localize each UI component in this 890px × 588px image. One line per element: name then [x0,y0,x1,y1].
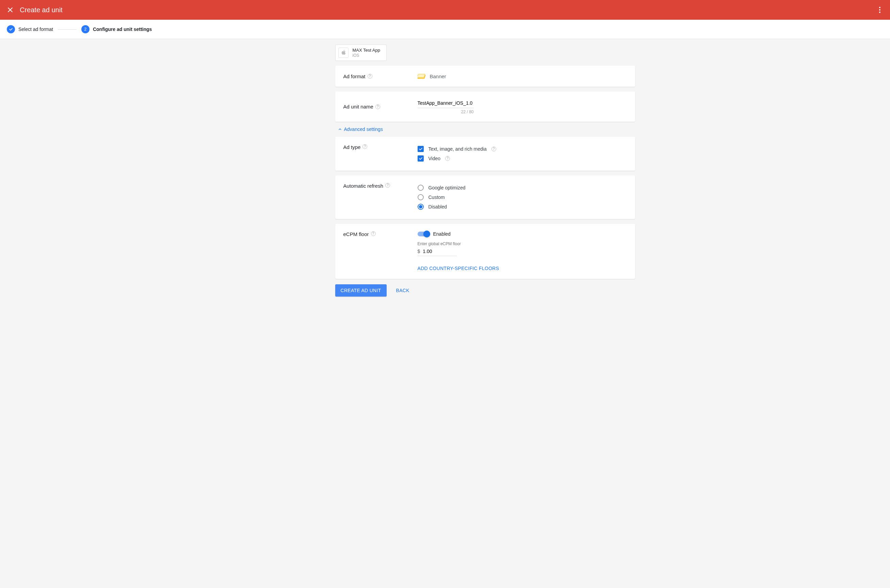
help-icon[interactable] [371,231,376,236]
apple-icon [338,48,349,58]
auto-refresh-option-1: Google optimized [428,185,466,190]
ad-type-label: Ad type [343,144,361,150]
step-configure-settings: 2 Configure ad unit settings [81,25,152,33]
back-button[interactable]: BACK [394,287,412,294]
step-select-ad-format[interactable]: Select ad format [7,25,53,33]
char-counter: 22 / 80 [418,110,474,114]
help-icon[interactable] [385,183,390,188]
close-icon[interactable] [7,6,14,13]
automatic-refresh-label: Automatic refresh [343,183,383,189]
ad-format-label: Ad format [343,74,365,79]
top-bar: Create ad unit [0,0,890,20]
svg-rect-3 [418,74,425,78]
action-row: CREATE AD UNIT BACK [335,284,635,297]
card-ad-format: Ad format Banner [335,66,635,87]
help-icon[interactable] [376,104,380,109]
app-chip[interactable]: MAX Test App iOS [335,45,386,61]
ecpm-value-input[interactable] [422,248,449,254]
card-ad-type: Ad type Text, image, and rich media [335,137,635,171]
overflow-menu-icon[interactable] [876,4,883,16]
advanced-settings-label: Advanced settings [344,126,383,132]
app-name: MAX Test App [353,48,380,53]
create-ad-unit-button[interactable]: CREATE AD UNIT [335,284,386,297]
help-icon[interactable] [445,156,450,161]
ecpm-switch[interactable] [418,232,429,236]
help-icon[interactable] [492,147,496,152]
auto-refresh-option-2: Custom [428,195,445,200]
ad-type-option-1: Text, image, and rich media [428,146,487,152]
radio-custom[interactable] [418,194,424,200]
ecpm-hint: Enter global eCPM floor [418,242,499,246]
step-number: 2 [81,25,90,33]
help-icon[interactable] [368,74,372,78]
radio-google-optimized[interactable] [418,184,424,191]
ad-format-value: Banner [430,74,446,79]
currency-prefix: $ [418,249,420,254]
step-label: Select ad format [18,27,53,32]
ad-unit-name-label: Ad unit name [343,104,373,110]
banner-icon [418,73,426,79]
card-ecpm-floor: eCPM floor Enabled Enter global eCPM flo… [335,224,635,279]
auto-refresh-option-3: Disabled [428,204,447,210]
ad-unit-name-input[interactable] [418,99,474,108]
card-ad-unit-name: Ad unit name 22 / 80 [335,92,635,122]
stepper-divider [58,29,77,30]
help-icon[interactable] [362,144,367,149]
checkbox-video[interactable] [418,155,424,162]
ecpm-floor-label: eCPM floor [343,231,369,237]
chevron-up-icon [338,127,342,131]
stepper: Select ad format 2 Configure ad unit set… [0,20,890,39]
app-platform: iOS [353,53,380,58]
add-country-floors-button[interactable]: ADD COUNTRY-SPECIFIC FLOORS [418,266,499,271]
page-title: Create ad unit [20,6,63,14]
check-icon [9,27,13,32]
advanced-settings-toggle[interactable]: Advanced settings [338,126,635,132]
card-automatic-refresh: Automatic refresh Google optimized Custo… [335,176,635,219]
checkbox-text-image-rich-media[interactable] [418,146,424,152]
step-label: Configure ad unit settings [93,27,152,32]
ecpm-switch-label: Enabled [433,231,451,237]
ad-type-option-2: Video [428,156,441,161]
radio-disabled[interactable] [418,204,424,210]
